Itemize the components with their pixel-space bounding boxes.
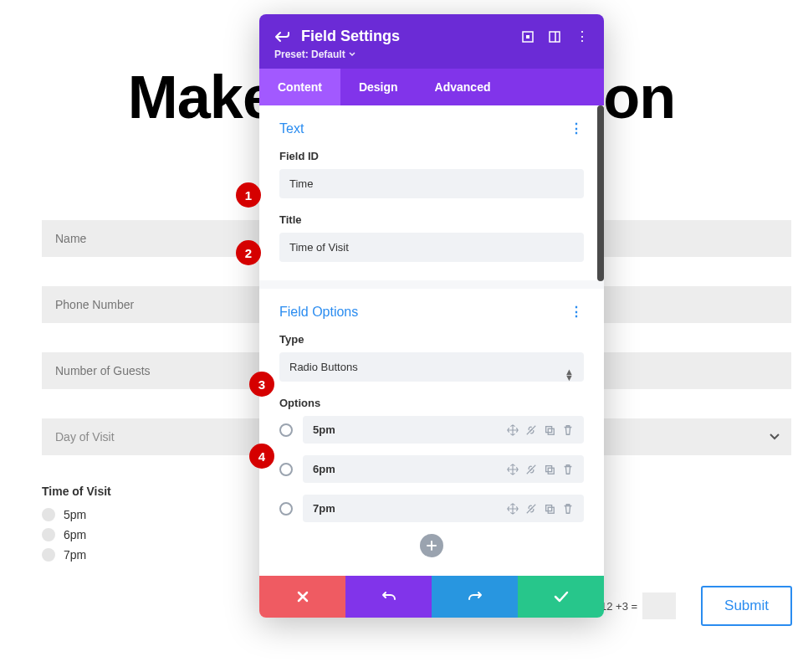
divider xyxy=(259,280,604,289)
add-option-row xyxy=(279,534,584,557)
svg-rect-11 xyxy=(546,505,552,510)
callout-1: 1 xyxy=(236,182,261,208)
option-row xyxy=(279,455,584,483)
trash-icon[interactable] xyxy=(562,464,574,475)
trash-icon[interactable] xyxy=(562,503,574,515)
svg-rect-6 xyxy=(548,428,554,434)
callout-2: 2 xyxy=(236,240,261,265)
save-button[interactable] xyxy=(518,576,604,618)
panel-tabs: Content Design Advanced xyxy=(259,69,604,105)
captcha: 12 +3 = xyxy=(601,592,676,619)
copy-icon[interactable] xyxy=(544,503,555,515)
captcha-question: 12 +3 = xyxy=(601,600,637,613)
fullscreen-icon[interactable] xyxy=(522,31,534,43)
field-id-label: Field ID xyxy=(279,150,584,162)
option-input[interactable] xyxy=(313,502,507,515)
move-icon[interactable] xyxy=(507,503,519,515)
select-arrows-icon: ▲▼ xyxy=(565,369,574,381)
unlink-icon[interactable] xyxy=(525,503,537,515)
time-option-label: 7pm xyxy=(64,548,86,562)
option-row xyxy=(279,416,584,444)
svg-rect-5 xyxy=(546,426,552,432)
preset-dropdown[interactable]: Preset: Default xyxy=(274,49,589,60)
callout-4: 4 xyxy=(249,444,274,469)
submit-button[interactable]: Submit xyxy=(701,586,792,626)
panel-footer xyxy=(259,576,604,618)
unlink-icon[interactable] xyxy=(525,424,537,436)
plus-icon xyxy=(426,540,437,551)
svg-rect-2 xyxy=(550,32,560,42)
cancel-button[interactable] xyxy=(259,576,345,618)
back-icon[interactable] xyxy=(274,30,289,44)
options-label: Options xyxy=(279,397,584,409)
chevron-down-icon xyxy=(770,433,780,440)
move-icon[interactable] xyxy=(507,424,519,436)
tab-content[interactable]: Content xyxy=(259,69,340,105)
radio-icon xyxy=(42,548,55,562)
tab-design[interactable]: Design xyxy=(340,69,417,105)
radio-icon xyxy=(42,508,55,521)
preset-label: Preset: Default xyxy=(274,49,345,60)
radio-icon xyxy=(42,528,55,541)
radio-icon[interactable] xyxy=(279,502,293,516)
callout-3: 3 xyxy=(249,372,274,397)
section-text: Text ⋮ Field ID Title xyxy=(259,105,604,280)
section-text-title[interactable]: Text xyxy=(279,121,304,136)
field-settings-panel: Field Settings ⋮ Preset: Default Content… xyxy=(259,14,604,618)
move-icon[interactable] xyxy=(507,464,519,475)
panel-header: Field Settings ⋮ Preset: Default xyxy=(259,14,604,69)
kebab-icon[interactable]: ⋮ xyxy=(575,28,589,44)
form-footer: 12 +3 = Submit xyxy=(601,586,792,626)
redo-icon xyxy=(468,589,483,604)
sidebar-toggle-icon[interactable] xyxy=(549,31,560,43)
title-input[interactable] xyxy=(279,233,584,262)
redo-button[interactable] xyxy=(432,576,518,618)
svg-rect-1 xyxy=(526,35,529,38)
title-label: Title xyxy=(279,213,584,226)
time-option-label: 5pm xyxy=(64,508,86,521)
panel-body: Text ⋮ Field ID Title Field Options ⋮ Ty… xyxy=(259,105,604,576)
copy-icon[interactable] xyxy=(544,464,555,475)
captcha-input[interactable] xyxy=(642,592,676,619)
tab-advanced[interactable]: Advanced xyxy=(417,69,509,105)
option-input[interactable] xyxy=(313,463,507,475)
chevron-down-icon xyxy=(349,52,355,57)
radio-icon[interactable] xyxy=(279,463,293,476)
trash-icon[interactable] xyxy=(562,424,574,436)
copy-icon[interactable] xyxy=(544,424,555,436)
section-field-options-title[interactable]: Field Options xyxy=(279,305,358,320)
svg-rect-9 xyxy=(548,468,554,474)
kebab-icon[interactable]: ⋮ xyxy=(570,304,584,320)
field-id-input[interactable] xyxy=(279,169,584,198)
add-option-button[interactable] xyxy=(420,534,443,557)
svg-rect-12 xyxy=(548,507,554,513)
day-select-placeholder: Day of Visit xyxy=(55,430,115,444)
radio-icon[interactable] xyxy=(279,423,293,437)
undo-icon xyxy=(381,589,396,604)
option-row xyxy=(279,495,584,522)
time-option-label: 6pm xyxy=(64,528,86,541)
panel-title: Field Settings xyxy=(301,28,510,45)
unlink-icon[interactable] xyxy=(525,464,537,475)
close-icon xyxy=(296,590,309,603)
type-label: Type xyxy=(279,333,584,346)
kebab-icon[interactable]: ⋮ xyxy=(570,121,584,136)
section-field-options: Field Options ⋮ Type ▲▼ Options xyxy=(259,289,604,576)
type-select[interactable] xyxy=(279,352,584,382)
undo-button[interactable] xyxy=(345,576,432,618)
check-icon xyxy=(554,591,569,603)
option-input[interactable] xyxy=(313,423,507,436)
svg-rect-8 xyxy=(546,465,552,471)
